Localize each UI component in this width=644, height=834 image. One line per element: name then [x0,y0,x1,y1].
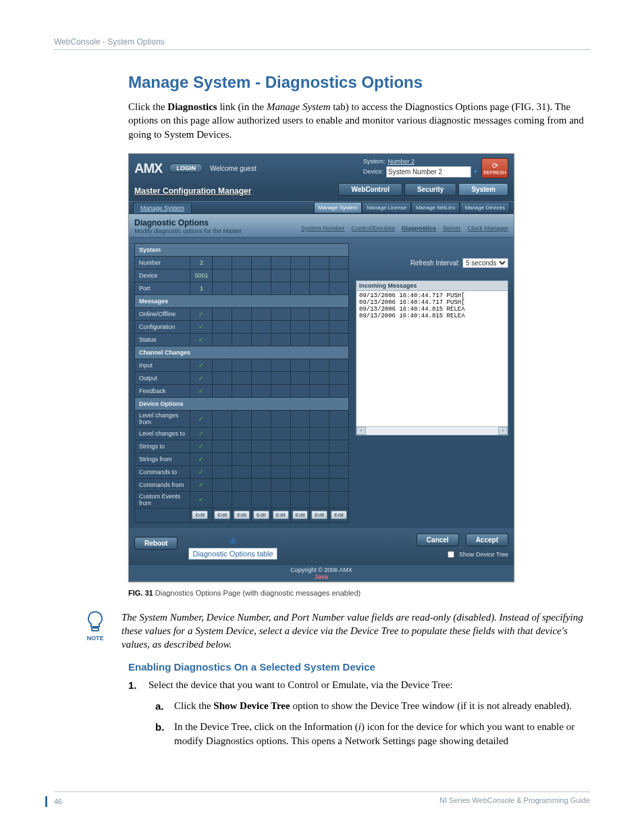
sublink-clock-manager[interactable]: Clock Manager [467,225,508,232]
table-row: Input✓ [135,359,349,371]
table-row: Online/Offline✓ [135,307,349,320]
table-row: Strings to✓ [135,440,349,452]
page-number: 46 [45,796,62,807]
table-row: Feedback✓ [135,384,349,397]
breadcrumb[interactable]: Manage System [133,202,192,214]
minitab-manage-devices[interactable]: Manage Devices [460,202,510,213]
copyright: Copyright © 2006 AMX [290,567,352,573]
step-1b-letter: b. [155,720,167,748]
system-label: System: [363,158,385,165]
chevron-down-icon[interactable]: ▾ [474,168,477,175]
table-row: Commands from✓ [135,478,349,491]
incoming-messages-body: 09/13/2006 16:40:44.717 PUSH[ 09/13/2006… [356,291,508,321]
figure-caption: FIG. 31 Diagnostics Options Page (with d… [128,589,590,597]
panel-subtitle: Modify diagnostic options for the Master [134,228,242,234]
table-row: Custom Events from✓ [135,491,349,508]
callout-arrow-icon [230,537,236,544]
step-1b-text: In the Device Tree, click on the Informa… [174,720,590,748]
mcm-title: Master Configuration Manager [134,186,251,196]
tab-webcontrol[interactable]: WebControl [338,183,402,196]
welcome-text: Welcome guest [210,165,257,172]
show-device-tree-checkbox[interactable] [448,551,454,558]
cancel-button[interactable]: Cancel [417,533,459,546]
table-row: Level changes to✓ [135,427,349,440]
note-text: The System Number, Device Number, and Po… [122,610,590,652]
table-row: Device5001 [135,269,349,282]
system-value[interactable]: Number 2 [388,158,415,165]
edit-button[interactable]: Edit [331,511,347,519]
incoming-messages-header: Incoming Messages [356,281,508,291]
step-1-text: Select the device that you want to Contr… [149,678,453,692]
sublink-diagnostics[interactable]: Diagnostics [402,225,436,232]
edit-button[interactable]: Edit [192,511,208,519]
check-icon: ✓ [198,323,204,330]
footer-right: NI Series WebConsole & Programming Guide [439,796,590,807]
horizontal-scrollbar[interactable]: ‹ › [356,426,508,435]
table-row: Number2 [135,256,349,269]
accept-button[interactable]: Accept [466,533,508,546]
minitab-manage-license[interactable]: Manage License [362,202,411,213]
edit-button[interactable]: Edit [253,511,269,519]
check-icon: ✓ [198,456,204,463]
table-row: Output✓ [135,371,349,384]
check-icon: ✓ [198,375,204,382]
refresh-interval-select[interactable]: 5 seconds [462,258,508,268]
check-icon: ✓ [198,388,204,394]
check-icon: ✓ [198,496,204,503]
table-row: Status✓ [135,333,349,346]
callout-label: Diagnostic Options table [188,548,277,560]
scroll-right-icon[interactable]: › [498,427,508,435]
sublink-system-number[interactable]: System Number [301,225,345,232]
page-title: Manage System - Diagnostics Options [128,73,590,92]
login-button[interactable]: LOGIN [169,163,203,173]
sublink-control-emulate[interactable]: Control/Emulate [351,225,395,232]
check-icon: ✓ [198,443,204,450]
table-row: Strings from✓ [135,452,349,465]
table-row: Level changes from✓ [135,410,349,427]
table-row: Configuration✓ [135,320,349,333]
scroll-left-icon[interactable]: ‹ [356,427,366,435]
diagnostics-table: SystemNumber2Device5001Port1MessagesOnli… [134,243,349,523]
check-icon: ✓ [198,362,204,369]
refresh-icon: ⟳ [492,161,498,170]
panel-title: Diagnostic Options [134,218,242,228]
section-title: Enabling Diagnostics On a Selected Syste… [128,661,590,673]
sublink-server[interactable]: Server [443,225,461,232]
edit-button[interactable]: Edit [214,511,230,519]
minitab-manage-netlinx[interactable]: Manage NetLinx [411,202,460,213]
check-icon: ✓ [198,469,204,475]
minitab-manage-system[interactable]: Manage System [314,202,363,213]
device-select[interactable] [386,166,471,178]
device-label: Device: [363,168,383,175]
table-row: Port1 [135,282,349,294]
running-header: WebConsole - System Options [54,37,590,50]
check-icon: ✓ [198,481,204,488]
edit-button[interactable]: Edit [292,511,308,519]
tab-security[interactable]: Security [404,183,456,196]
table-row: Commands to✓ [135,465,349,478]
amx-logo: AMX [134,161,162,176]
step-1a-text: Click the Show Device Tree option to sho… [174,699,572,713]
tab-system[interactable]: System [458,183,508,196]
note-icon: NOTE [81,610,109,642]
intro-paragraph: Click the Diagnostics link (in the Manag… [128,100,590,141]
show-device-tree-label: Show Device Tree [459,551,508,558]
refresh-button[interactable]: ⟳ REFRESH [481,158,508,178]
step-1a-letter: a. [155,699,167,713]
check-icon: ✓ [198,311,204,317]
refresh-interval-label: Refresh Interval: [410,259,460,267]
check-icon: ✓ [198,415,204,422]
edit-button[interactable]: Edit [311,511,327,519]
reboot-button[interactable]: Reboot [134,537,178,550]
check-icon: ✓ [198,336,204,343]
edit-button[interactable]: Edit [273,511,289,519]
svg-rect-0 [92,628,99,631]
check-icon: ✓ [198,430,204,437]
edit-button[interactable]: Edit [234,511,250,519]
java-badge-icon: Java [315,573,328,580]
figure-screenshot: AMX LOGIN Welcome guest System: Number 2… [128,153,514,582]
incoming-messages-panel: Incoming Messages 09/13/2006 16:40:44.71… [356,280,508,436]
step-1-number: 1. [128,678,140,692]
